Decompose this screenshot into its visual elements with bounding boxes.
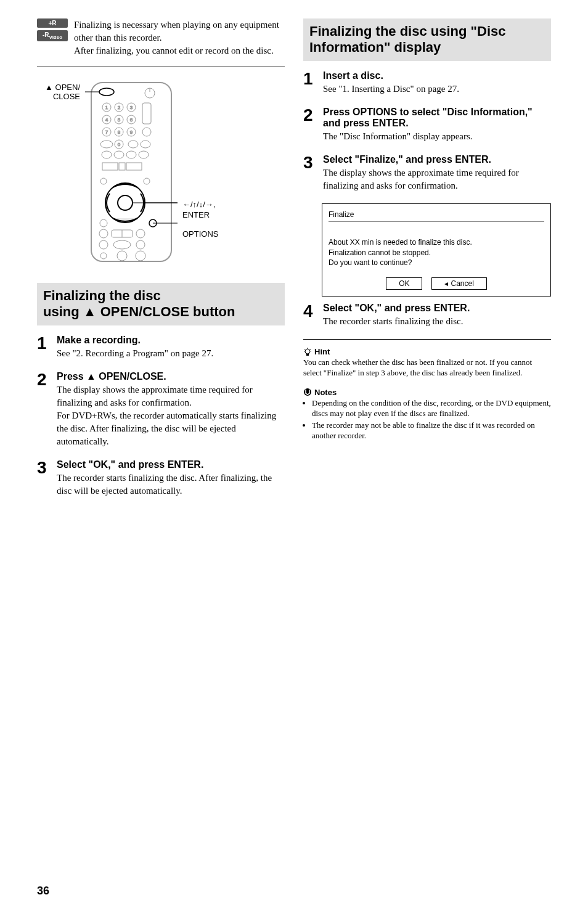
step-desc: The display shows the approximate time r… [323, 166, 551, 192]
svg-rect-57 [306, 354, 309, 356]
notes-list: Depending on the condition of the disc, … [303, 398, 551, 441]
finalizing-desc-2: After finalizing, you cannot edit or rec… [74, 46, 274, 55]
step-desc: The recorder starts finalizing the disc.… [57, 472, 285, 497]
remote-control-illustration: 1 2 3 4 5 6 7 8 9 0 [85, 80, 178, 264]
svg-text:1: 1 [105, 105, 108, 110]
svg-text:7: 7 [105, 129, 108, 135]
step-number: 2 [303, 107, 317, 143]
svg-point-1 [99, 88, 114, 96]
note-item: Depending on the condition of the disc, … [312, 398, 551, 419]
svg-point-51 [113, 240, 131, 249]
svg-text:5: 5 [118, 117, 121, 123]
page-number: 36 [37, 885, 49, 898]
svg-rect-11 [142, 103, 151, 124]
dialog-title: Finalize [329, 210, 544, 222]
notes-header: Notes [303, 388, 551, 397]
left-step-3: 3 Select "OK," and press ENTER. The reco… [37, 459, 285, 497]
step-title: Press OPTIONS to select "Disc Informatio… [323, 107, 551, 129]
step-title: Select "Finalize," and press ENTER. [323, 154, 551, 165]
svg-point-49 [136, 229, 145, 238]
svg-point-38 [144, 178, 150, 184]
finalize-dialog: Finalize About XX min is needed to final… [322, 203, 551, 296]
svg-rect-34 [102, 163, 118, 170]
disc-type-row: +R -RVideo Finalizing is necessary when … [37, 18, 285, 67]
right-step-2: 2 Press OPTIONS to select "Disc Informat… [303, 107, 551, 143]
svg-point-44 [100, 219, 107, 227]
hint-text: You can check whether the disc has been … [303, 358, 551, 378]
svg-point-40 [118, 195, 133, 210]
right-step-3: 3 Select "Finalize," and press ENTER. Th… [303, 154, 551, 192]
remote-diagram: ▲ OPEN/CLOSE 1 2 3 4 5 6 7 [37, 80, 285, 264]
note-item: The recorder may not be able to finalize… [312, 420, 551, 441]
svg-point-50 [99, 240, 108, 249]
divider [303, 339, 551, 340]
svg-rect-24 [142, 128, 151, 136]
svg-text:8: 8 [118, 129, 121, 135]
step-title: Press ▲ OPEN/CLOSE. [57, 371, 285, 382]
svg-text:4: 4 [105, 117, 108, 123]
svg-point-33 [139, 151, 149, 158]
svg-point-37 [100, 178, 107, 184]
svg-point-53 [100, 253, 107, 259]
left-step-2: 2 Press ▲ OPEN/CLOSE. The display shows … [37, 371, 285, 448]
svg-line-59 [304, 349, 305, 350]
step-number: 1 [303, 70, 317, 96]
right-step-4: 4 Select "OK," and press ENTER. The reco… [303, 303, 551, 328]
step-number: 4 [303, 303, 317, 328]
ok-button[interactable]: OK [386, 277, 422, 290]
finalizing-desc-1: Finalizing is necessary when playing on … [74, 20, 279, 43]
left-step-1: 1 Make a recording. See "2. Recording a … [37, 335, 285, 360]
step-desc: See "2. Recording a Program" on page 27. [57, 347, 285, 360]
step-title: Insert a disc. [323, 70, 551, 81]
svg-rect-36 [126, 163, 142, 170]
right-step-1: 1 Insert a disc. See "1. Inserting a Dis… [303, 70, 551, 96]
step-number: 2 [37, 371, 51, 448]
svg-point-29 [141, 141, 150, 148]
svg-point-28 [128, 141, 138, 148]
svg-point-31 [114, 151, 124, 158]
step-desc: The recorder starts finalizing the disc. [323, 315, 551, 328]
section-header-open-close: Finalizing the discusing ▲ OPEN/CLOSE bu… [37, 283, 285, 325]
cancel-button[interactable]: ◂Cancel [431, 277, 486, 290]
notes-icon [303, 388, 312, 396]
svg-text:9: 9 [130, 129, 133, 135]
svg-text:6: 6 [130, 117, 133, 123]
svg-text:3: 3 [130, 105, 133, 110]
svg-point-56 [305, 349, 310, 354]
hint-icon [303, 348, 312, 356]
remote-label-arrows: ←/↑/↓/→, [182, 200, 219, 209]
step-title: Make a recording. [57, 335, 285, 346]
svg-point-55 [136, 251, 145, 261]
svg-point-46 [99, 229, 108, 238]
svg-point-32 [126, 151, 136, 158]
remote-label-enter: ENTER [182, 210, 219, 219]
svg-rect-35 [119, 163, 125, 170]
step-desc: The "Disc Information" display appears. [323, 130, 551, 143]
section-header-disc-info: Finalizing the disc using "Disc Informat… [303, 18, 551, 61]
step-title: Select "OK," and press ENTER. [57, 459, 285, 470]
disc-tag-minus-r-video: -RVideo [37, 30, 68, 41]
svg-point-25 [100, 141, 113, 148]
step-title: Select "OK," and press ENTER. [323, 303, 551, 314]
svg-line-60 [310, 349, 311, 350]
step-desc: See "1. Inserting a Disc" on page 27. [323, 83, 551, 96]
step-number: 1 [37, 335, 51, 360]
svg-text:0: 0 [118, 142, 121, 147]
remote-label-open-close: ▲ OPEN/CLOSE [37, 80, 80, 101]
step-desc: The display shows the approximate time r… [57, 383, 285, 448]
step-number: 3 [37, 459, 51, 497]
hint-header: Hint [303, 347, 551, 356]
disc-tag-plus-r: +R [37, 18, 68, 28]
dialog-message: About XX min is needed to finalize this … [329, 237, 544, 268]
svg-text:2: 2 [118, 105, 121, 110]
svg-point-52 [136, 240, 145, 249]
step-number: 3 [303, 154, 317, 192]
remote-label-options: OPTIONS [182, 229, 219, 239]
svg-point-54 [117, 251, 127, 261]
svg-point-30 [102, 151, 112, 158]
